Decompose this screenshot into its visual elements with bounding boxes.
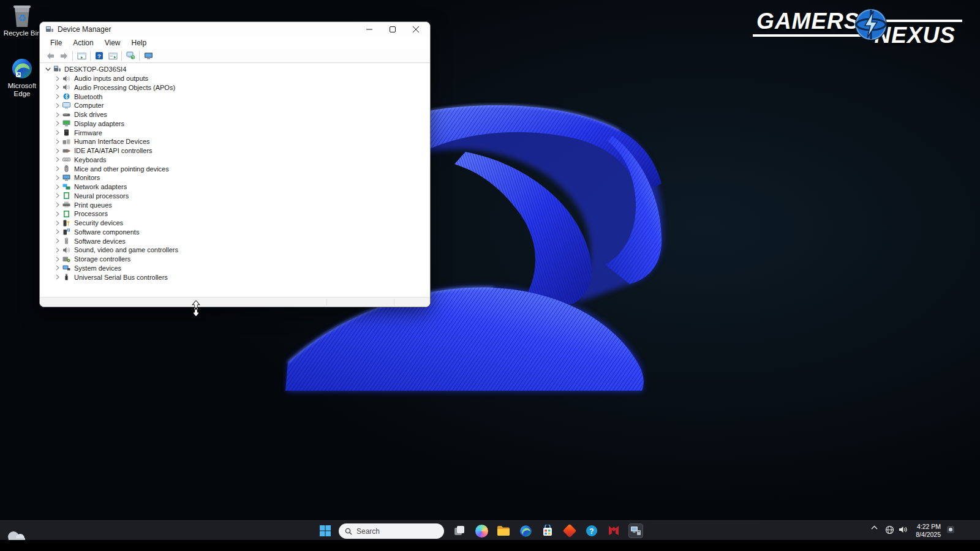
tree-node[interactable]: Software components	[40, 228, 430, 237]
chevron-right-icon[interactable]	[55, 211, 61, 217]
taskbar-copilot-button[interactable]	[474, 523, 489, 538]
forward-button[interactable]	[57, 50, 70, 62]
maximize-button[interactable]	[381, 22, 404, 37]
tree-node[interactable]: Universal Serial Bus controllers	[40, 272, 430, 282]
taskbar-microsoft-store-button[interactable]	[540, 523, 555, 538]
console-window-button[interactable]	[75, 50, 88, 62]
chevron-right-icon[interactable]	[55, 139, 61, 144]
chevron-right-icon[interactable]	[55, 157, 61, 162]
chevron-right-icon[interactable]	[55, 103, 61, 108]
tree-node[interactable]: Computer	[40, 101, 430, 110]
taskbar-task-view-button[interactable]	[452, 523, 467, 538]
taskbar-mcafee-button[interactable]	[606, 523, 621, 538]
tree-root-node[interactable]: DESKTOP-GD36SI4	[40, 65, 430, 74]
chevron-right-icon[interactable]	[55, 76, 61, 81]
svg-text:?: ?	[97, 53, 101, 59]
chevron-right-icon[interactable]	[55, 184, 61, 190]
tree-node-label: Software components	[74, 228, 139, 236]
tree-node[interactable]: Storage controllers	[40, 255, 430, 264]
taskbar-start-button[interactable]	[318, 523, 333, 538]
chevron-right-icon[interactable]	[55, 94, 61, 99]
tree-node[interactable]: Sound, video and game controllers	[40, 246, 430, 255]
chevron-right-icon[interactable]	[55, 202, 61, 208]
chevron-down-icon[interactable]	[45, 67, 51, 71]
toolbar-separator	[90, 51, 91, 61]
desktop-icon-recycle-bin[interactable]: ♻ Recycle Bin	[0, 4, 44, 37]
svg-text:♻: ♻	[18, 13, 26, 23]
tray-chevron-up-icon[interactable]	[870, 525, 878, 530]
tree-node[interactable]: Software devices	[40, 236, 430, 246]
tree-node[interactable]: Bluetooth	[40, 92, 430, 101]
menu-action[interactable]: Action	[67, 37, 99, 48]
help-button[interactable]: ?	[92, 50, 106, 62]
notification-tray-icon[interactable]	[946, 525, 956, 534]
volume-icon[interactable]	[897, 525, 908, 534]
tree-node[interactable]: Firmware	[40, 128, 430, 137]
tree-node[interactable]: System devices	[40, 264, 430, 273]
chevron-right-icon[interactable]	[55, 166, 61, 171]
desktop-icon-microsoft-edge[interactable]: Microsoft Edge	[0, 56, 44, 97]
taskbar-file-explorer-button[interactable]	[496, 523, 511, 538]
taskbar-microsoft-365-button[interactable]	[562, 523, 577, 538]
menu-help[interactable]: Help	[126, 37, 153, 48]
chevron-right-icon[interactable]	[55, 238, 61, 244]
chevron-right-icon[interactable]	[55, 265, 61, 271]
network-globe-icon[interactable]	[884, 525, 895, 534]
tree-node[interactable]: Mice and other pointing devices	[40, 164, 430, 173]
minimize-icon	[366, 26, 372, 32]
tree-node[interactable]: Network adapters	[40, 182, 430, 192]
back-icon	[46, 52, 55, 60]
computer-icon	[62, 102, 71, 109]
tree-node[interactable]: Print queues	[40, 200, 430, 209]
taskbar-device-manager-button[interactable]	[628, 523, 643, 538]
chevron-right-icon[interactable]	[55, 229, 61, 234]
gamersnexus-logo: GAMERS NEXUS	[756, 6, 956, 47]
tree-node[interactable]: Neural processors	[40, 192, 430, 201]
tree-node[interactable]: Display adapters	[40, 119, 430, 129]
tree-node[interactable]: Disk drives	[40, 110, 430, 119]
chevron-right-icon[interactable]	[55, 193, 61, 198]
chevron-right-icon[interactable]	[55, 148, 61, 154]
forward-icon	[59, 52, 69, 60]
tree-node[interactable]: Monitors	[40, 173, 430, 182]
softdev-icon	[62, 238, 71, 245]
chevron-right-icon[interactable]	[55, 112, 61, 118]
chevron-right-icon[interactable]	[55, 257, 61, 262]
tray-date: 8/4/2025	[909, 531, 941, 539]
tree-node[interactable]: Security devices	[40, 219, 430, 228]
tree-node-label: Disk drives	[74, 111, 107, 118]
tree-root-label: DESKTOP-GD36SI4	[64, 66, 126, 73]
chevron-right-icon[interactable]	[55, 274, 61, 280]
chevron-right-icon[interactable]	[55, 175, 61, 181]
tree-node[interactable]: Keyboards	[40, 156, 430, 165]
tree-node[interactable]: Processors	[40, 209, 430, 219]
chevron-right-icon[interactable]	[55, 121, 61, 126]
taskbar-edge-button[interactable]	[518, 523, 533, 538]
svg-text:?: ?	[589, 527, 594, 536]
taskbar-get-help-button[interactable]: ?	[584, 523, 599, 538]
title-bar[interactable]: Device Manager	[40, 22, 430, 37]
start-icon	[318, 524, 332, 538]
device-tree[interactable]: DESKTOP-GD36SI4Audio inputs and outputsA…	[40, 64, 430, 298]
minimize-button[interactable]	[358, 22, 381, 37]
chevron-right-icon[interactable]	[55, 84, 61, 90]
tree-node-label: Human Interface Devices	[74, 138, 150, 145]
tree-node-label: Monitors	[74, 174, 100, 181]
tree-node[interactable]: Audio Processing Objects (APOs)	[40, 83, 430, 92]
chevron-right-icon[interactable]	[55, 247, 61, 253]
close-button[interactable]	[404, 22, 428, 37]
search-input[interactable]: Search	[339, 523, 444, 539]
clock-widget[interactable]: 4:22 PM 8/4/2025	[909, 523, 941, 538]
show-window-button[interactable]	[106, 50, 119, 62]
tree-node[interactable]: IDE ATA/ATAPI controllers	[40, 146, 430, 156]
scan-hardware-button[interactable]	[124, 50, 137, 62]
menu-file[interactable]: File	[45, 37, 67, 48]
tree-node[interactable]: Human Interface Devices	[40, 137, 430, 146]
chevron-right-icon[interactable]	[55, 130, 61, 135]
back-button[interactable]	[43, 50, 57, 62]
devices-monitor-button[interactable]	[141, 50, 155, 62]
menu-view[interactable]: View	[99, 37, 126, 48]
chip-icon	[62, 210, 71, 217]
chevron-right-icon[interactable]	[55, 220, 61, 226]
tree-node[interactable]: Audio inputs and outputs	[40, 74, 430, 83]
